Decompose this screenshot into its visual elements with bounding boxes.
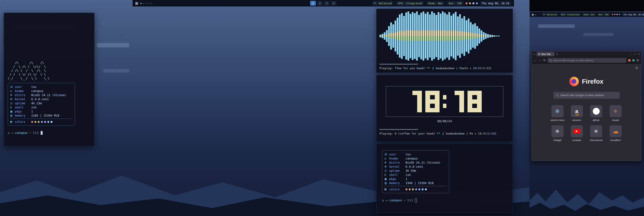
newtab-search-bar[interactable] — [554, 92, 620, 99]
claude-tile[interactable]: ✳ — [610, 105, 622, 117]
search-nixos-tile[interactable]: ❄ — [552, 105, 564, 117]
digit-cell — [450, 99, 454, 104]
window-control-maximize[interactable]: □ — [634, 53, 636, 55]
shortcut-label: chat.openai — [590, 139, 602, 141]
forward-icon[interactable]: → — [538, 59, 541, 62]
tag-4[interactable]: ● — [148, 2, 150, 4]
distro-icon: ❄ — [10, 93, 15, 97]
shortcut-label: cloudflare — [610, 139, 621, 141]
back-icon[interactable]: ← — [534, 59, 536, 62]
youtube-tile[interactable] — [571, 125, 583, 137]
tag-5[interactable]: ● — [151, 2, 152, 4]
kernel-icon: ⚙ — [10, 97, 15, 101]
shortcut-amazon[interactable]: aamazon — [571, 105, 583, 121]
tag-3[interactable]: ● — [146, 2, 147, 4]
brightness-icon[interactable] — [469, 2, 471, 4]
pills-right: P: BalancedGPU: IntegratedHome: 6msBat: … — [542, 13, 610, 16]
terminal-window-right: ☺usertux⌂hnamecanopus❄distroNixOS 24.11 … — [376, 144, 513, 212]
volume-icon[interactable] — [472, 2, 474, 4]
workspace-button-2[interactable]: 2 — [317, 1, 323, 6]
amazon-tile[interactable]: a — [571, 105, 583, 117]
memory-icon: ▥ — [10, 114, 15, 117]
url-bar[interactable] — [548, 58, 626, 63]
ascii-art-line: / / \ \/ /\ \/ \ \ — [8, 72, 90, 76]
now-playing: Playing: ffee for you head) ** ♫ beabado… — [380, 67, 510, 70]
status-dots-right — [612, 14, 620, 15]
cava-bar — [444, 13, 446, 60]
fetch-label: colors — [15, 120, 31, 124]
cloudflare-tile[interactable]: ☁ — [610, 125, 622, 137]
shortcut-github[interactable]: github — [590, 105, 602, 121]
menu-grid-icon[interactable]: ▦ — [532, 13, 534, 16]
cava-bar — [457, 16, 459, 56]
reload-icon[interactable]: ↻ — [543, 59, 546, 62]
shortcut-chat-openai[interactable]: ✳chat.openai — [590, 125, 602, 141]
personalize-gear-icon[interactable]: ⚙ — [636, 66, 638, 70]
shortcut-search-nixos[interactable]: ❄search.nixos — [550, 105, 564, 121]
window-control-close[interactable]: × — [638, 53, 640, 55]
music-note-icon: ♫ — [432, 67, 434, 70]
digit-cell — [468, 95, 472, 99]
digit-cell — [430, 91, 435, 95]
newtab-search-input[interactable] — [560, 94, 617, 97]
fetch-value: 6.9.8-zen1 — [406, 165, 423, 169]
tag-1[interactable]: ● — [535, 14, 536, 15]
extension-icon-teal[interactable] — [632, 59, 634, 61]
shortcut-youtube[interactable]: youtube — [571, 125, 583, 141]
cava-bar — [448, 12, 450, 60]
digit-cell — [468, 104, 472, 108]
digit-cell — [412, 104, 417, 108]
github-tile[interactable] — [590, 105, 602, 117]
shortcut-claude[interactable]: ✳claude — [610, 105, 622, 121]
workspace-button-4[interactable]: 4 — [331, 1, 336, 6]
shortcut-cloudflare[interactable]: ☁cloudflare — [610, 125, 622, 141]
now-playing-prefix: Playing: d (coffee for your head) ** — [380, 132, 442, 135]
url-input[interactable] — [553, 59, 625, 62]
now-playing-prefix: Playing: ffee for you head) ** — [380, 67, 432, 70]
cava-bar — [478, 29, 480, 44]
clock-window: 08/08/24 ======================> Playing… — [376, 75, 513, 142]
color-dot — [409, 188, 411, 190]
tag-2[interactable]: ● — [538, 14, 538, 15]
tab-list-chevron-icon[interactable]: ∨ — [533, 53, 535, 55]
fetch-value: 1 — [31, 110, 33, 113]
network-icon[interactable] — [476, 2, 478, 4]
brightness-icon[interactable] — [614, 14, 615, 15]
fetch-info-box: ☺usertux⌂hnamecanopus❄distroNixOS 24.11 … — [382, 150, 449, 193]
fetch-row: ⌂hnamecanopus — [384, 156, 447, 160]
window-control-minimize[interactable]: – — [630, 53, 632, 55]
shell-prompt[interactable]: ⌂ → canopus ~ ))) — [8, 131, 90, 135]
track-progress: ======================> — [380, 62, 510, 66]
cava-bar — [429, 15, 431, 58]
workspace-button-3[interactable]: 3 — [324, 1, 330, 6]
digit-cell — [430, 108, 435, 112]
chat-openai-tile[interactable]: ✳ — [590, 125, 602, 137]
chatgpt-tile[interactable]: ✳ — [552, 125, 564, 137]
new-tab-button[interactable]: + — [556, 53, 558, 56]
hamburger-menu-icon[interactable]: ☰ — [636, 59, 639, 62]
tag-2[interactable]: ● — [143, 2, 144, 4]
network-icon[interactable] — [619, 14, 620, 15]
color-dot — [406, 188, 408, 190]
record-icon[interactable] — [466, 2, 468, 4]
tag-1[interactable]: ● — [140, 2, 142, 4]
browser-tab[interactable]: New Tab — [536, 52, 554, 56]
status-pill: GPU: Integrated — [396, 1, 424, 6]
color-dot — [425, 188, 427, 190]
shortcut-label: chatgpt — [554, 139, 562, 141]
cava-bar — [466, 20, 467, 52]
tag-3[interactable]: ● — [540, 14, 541, 15]
cava-bar — [397, 18, 398, 55]
menu-grid-icon[interactable]: ▦ — [135, 1, 138, 5]
terminal-cursor — [415, 198, 417, 202]
digit-cell — [412, 95, 417, 99]
firefox-new-tab-page: ⚙ Firefox ❄search.nixosaamazongithub✳cla… — [532, 64, 641, 161]
cava-bar — [405, 13, 407, 60]
record-icon[interactable] — [612, 14, 613, 15]
digit-cell — [412, 99, 417, 104]
shell-prompt[interactable]: ⌂ → canopus ~ ))) — [382, 198, 507, 202]
shortcut-chatgpt[interactable]: ✳chatgpt — [552, 125, 564, 141]
volume-icon[interactable] — [616, 14, 618, 15]
extension-icon-orange[interactable] — [628, 59, 630, 61]
workspace-button-1[interactable]: 1 — [310, 1, 316, 6]
